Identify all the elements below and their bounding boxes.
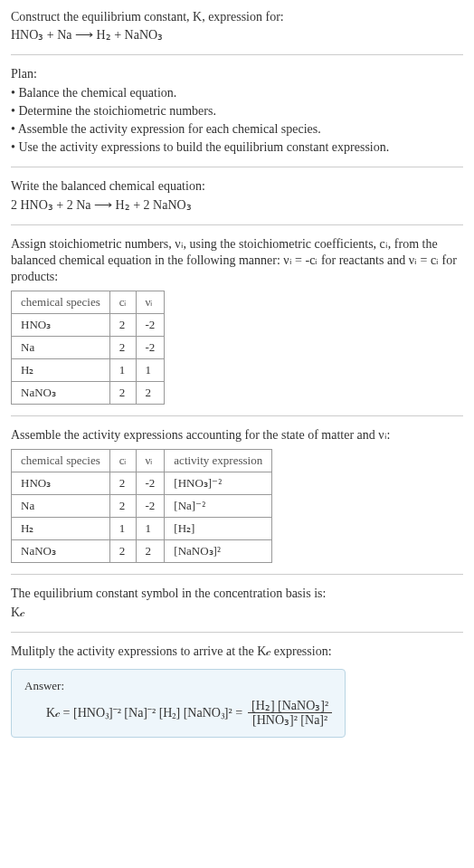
divider: [11, 415, 463, 416]
activity-table: chemical species cᵢ νᵢ activity expressi…: [11, 449, 272, 563]
activity-section: Assemble the activity expressions accoun…: [11, 427, 463, 563]
col-vi: νᵢ: [136, 291, 165, 314]
cell-vi: -2: [136, 314, 165, 337]
cell-ci: 2: [109, 495, 136, 518]
stoich-table: chemical species cᵢ νᵢ HNO₃ 2 -2 Na 2 -2…: [11, 291, 165, 405]
table-row: Na 2 -2: [12, 337, 165, 359]
cell-species: Na: [12, 495, 110, 518]
cell-ci: 2: [109, 472, 136, 495]
cell-activity: [HNO₃]⁻²: [165, 472, 272, 495]
cell-species: H₂: [12, 518, 110, 540]
cell-vi: 1: [136, 518, 165, 540]
cell-species: NaNO₃: [12, 540, 110, 563]
cell-vi: 2: [136, 382, 165, 405]
multiply-section: Mulitply the activity expressions to arr…: [11, 644, 463, 738]
col-vi: νᵢ: [136, 450, 165, 472]
plan-section: Plan: • Balance the chemical equation. •…: [11, 66, 463, 156]
cell-ci: 2: [109, 540, 136, 563]
table-row: Na 2 -2 [Na]⁻²: [12, 495, 272, 518]
col-ci: cᵢ: [109, 291, 136, 314]
table-header-row: chemical species cᵢ νᵢ: [12, 291, 165, 314]
divider: [11, 632, 463, 633]
table-row: HNO₃ 2 -2: [12, 314, 165, 337]
answer-label: Answer:: [24, 679, 332, 693]
divider: [11, 224, 463, 225]
intro-text1: Construct the equilibrium constant, K, e…: [11, 10, 284, 24]
table-header-row: chemical species cᵢ νᵢ activity expressi…: [12, 450, 272, 472]
table-row: H₂ 1 1: [12, 359, 165, 382]
kc-lhs: K𝒸 = [HNO₃]⁻² [Na]⁻² [H₂] [NaNO₃]² =: [46, 706, 242, 720]
intro-line1: Construct the equilibrium constant, K, e…: [11, 9, 463, 25]
table-row: NaNO₃ 2 2 [NaNO₃]²: [12, 540, 272, 563]
balanced-equation: 2 HNO₃ + 2 Na ⟶ H₂ + 2 NaNO₃: [11, 197, 463, 214]
cell-ci: 2: [109, 337, 136, 359]
symbol-section: The equilibrium constant symbol in the c…: [11, 586, 463, 620]
cell-vi: -2: [136, 472, 165, 495]
plan-bullet-4: • Use the activity expressions to build …: [11, 139, 463, 156]
kc-fraction: [H₂] [NaNO₃]² [HNO₃]² [Na]²: [248, 699, 332, 728]
col-species: chemical species: [12, 450, 110, 472]
cell-species: HNO₃: [12, 314, 110, 337]
cell-activity: [NaNO₃]²: [165, 540, 272, 563]
cell-ci: 2: [109, 382, 136, 405]
divider: [11, 574, 463, 575]
cell-ci: 2: [109, 314, 136, 337]
activity-text: Assemble the activity expressions accoun…: [11, 427, 463, 444]
cell-activity: [Na]⁻²: [165, 495, 272, 518]
kc-denominator: [HNO₃]² [Na]²: [249, 713, 331, 727]
multiply-text: Mulitply the activity expressions to arr…: [11, 644, 463, 660]
plan-bullet-3: • Assemble the activity expression for e…: [11, 121, 463, 138]
cell-activity: [H₂]: [165, 518, 272, 540]
kc-numerator: [H₂] [NaNO₃]²: [248, 699, 332, 713]
kc-expression: K𝒸 = [HNO₃]⁻² [Na]⁻² [H₂] [NaNO₃]² = [H₂…: [46, 699, 332, 728]
cell-vi: 1: [136, 359, 165, 382]
col-ci: cᵢ: [109, 450, 136, 472]
balanced-section: Write the balanced chemical equation: 2 …: [11, 178, 463, 213]
cell-ci: 1: [109, 518, 136, 540]
intro-section: Construct the equilibrium constant, K, e…: [11, 9, 463, 43]
symbol-kc: K𝒸: [11, 605, 463, 621]
balanced-line1: Write the balanced chemical equation:: [11, 178, 463, 195]
cell-vi: -2: [136, 495, 165, 518]
divider: [11, 54, 463, 55]
plan-header: Plan:: [11, 66, 463, 82]
answer-box: Answer: K𝒸 = [HNO₃]⁻² [Na]⁻² [H₂] [NaNO₃…: [11, 669, 346, 738]
plan-bullet-1: • Balance the chemical equation.: [11, 85, 463, 101]
cell-species: HNO₃: [12, 472, 110, 495]
stoich-text: Assign stoichiometric numbers, νᵢ, using…: [11, 236, 463, 286]
table-row: HNO₃ 2 -2 [HNO₃]⁻²: [12, 472, 272, 495]
intro-line2: HNO₃ + Na ⟶ H₂ + NaNO₃: [11, 27, 463, 43]
intro-equation: HNO₃ + Na ⟶ H₂ + NaNO₃: [11, 28, 163, 42]
symbol-line1: The equilibrium constant symbol in the c…: [11, 586, 463, 602]
cell-species: NaNO₃: [12, 382, 110, 405]
table-row: H₂ 1 1 [H₂]: [12, 518, 272, 540]
cell-vi: 2: [136, 540, 165, 563]
col-species: chemical species: [12, 291, 110, 314]
table-row: NaNO₃ 2 2: [12, 382, 165, 405]
cell-species: H₂: [12, 359, 110, 382]
divider: [11, 167, 463, 167]
cell-vi: -2: [136, 337, 165, 359]
col-activity: activity expression: [165, 450, 272, 472]
stoich-section: Assign stoichiometric numbers, νᵢ, using…: [11, 236, 463, 405]
plan-bullet-2: • Determine the stoichiometric numbers.: [11, 103, 463, 119]
cell-ci: 1: [109, 359, 136, 382]
cell-species: Na: [12, 337, 110, 359]
